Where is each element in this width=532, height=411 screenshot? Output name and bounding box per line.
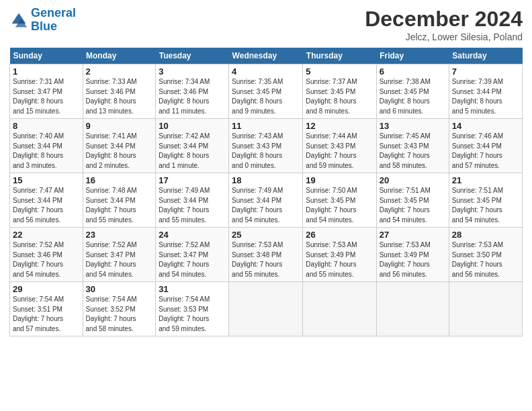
day-cell bbox=[376, 282, 449, 336]
day-number: 30 bbox=[86, 284, 153, 294]
day-info: Sunrise: 7:51 AM Sunset: 3:45 PM Dayligh… bbox=[452, 186, 519, 225]
header: General Blue December 2024 Jelcz, Lower … bbox=[9, 7, 523, 42]
day-cell bbox=[229, 282, 303, 336]
day-cell: 26Sunrise: 7:53 AM Sunset: 3:49 PM Dayli… bbox=[303, 228, 376, 282]
day-number: 15 bbox=[13, 175, 80, 185]
day-info: Sunrise: 7:34 AM Sunset: 3:46 PM Dayligh… bbox=[159, 77, 226, 116]
day-number: 27 bbox=[380, 230, 446, 240]
day-cell: 22Sunrise: 7:52 AM Sunset: 3:46 PM Dayli… bbox=[10, 228, 83, 282]
location: Jelcz, Lower Silesia, Poland bbox=[365, 32, 523, 42]
day-info: Sunrise: 7:39 AM Sunset: 3:44 PM Dayligh… bbox=[452, 77, 519, 116]
day-cell: 7Sunrise: 7:39 AM Sunset: 3:44 PM Daylig… bbox=[449, 64, 522, 119]
day-number: 16 bbox=[86, 175, 153, 185]
day-cell: 31Sunrise: 7:54 AM Sunset: 3:53 PM Dayli… bbox=[156, 282, 229, 336]
day-number: 29 bbox=[13, 284, 80, 294]
day-number: 22 bbox=[13, 230, 80, 240]
day-cell: 16Sunrise: 7:48 AM Sunset: 3:44 PM Dayli… bbox=[83, 173, 156, 228]
day-number: 11 bbox=[232, 121, 300, 131]
col-wednesday: Wednesday bbox=[229, 48, 303, 64]
day-cell: 11Sunrise: 7:43 AM Sunset: 3:43 PM Dayli… bbox=[229, 119, 303, 173]
day-info: Sunrise: 7:53 AM Sunset: 3:50 PM Dayligh… bbox=[452, 240, 519, 279]
day-number: 20 bbox=[380, 175, 446, 185]
day-number: 25 bbox=[232, 230, 300, 240]
day-info: Sunrise: 7:50 AM Sunset: 3:45 PM Dayligh… bbox=[306, 186, 373, 225]
day-number: 10 bbox=[159, 121, 226, 131]
day-number: 3 bbox=[159, 66, 226, 77]
day-info: Sunrise: 7:54 AM Sunset: 3:52 PM Dayligh… bbox=[86, 295, 153, 334]
day-info: Sunrise: 7:49 AM Sunset: 3:44 PM Dayligh… bbox=[159, 186, 226, 225]
day-info: Sunrise: 7:48 AM Sunset: 3:44 PM Dayligh… bbox=[86, 186, 153, 225]
day-info: Sunrise: 7:47 AM Sunset: 3:44 PM Dayligh… bbox=[13, 186, 80, 225]
day-info: Sunrise: 7:35 AM Sunset: 3:45 PM Dayligh… bbox=[232, 77, 300, 116]
week-row-2: 8Sunrise: 7:40 AM Sunset: 3:44 PM Daylig… bbox=[10, 119, 523, 173]
col-saturday: Saturday bbox=[449, 48, 522, 64]
day-number: 5 bbox=[306, 66, 373, 77]
day-number: 18 bbox=[232, 175, 300, 185]
day-cell: 10Sunrise: 7:42 AM Sunset: 3:44 PM Dayli… bbox=[156, 119, 229, 173]
day-info: Sunrise: 7:44 AM Sunset: 3:43 PM Dayligh… bbox=[306, 132, 373, 171]
day-cell: 5Sunrise: 7:37 AM Sunset: 3:45 PM Daylig… bbox=[303, 64, 376, 119]
week-row-3: 15Sunrise: 7:47 AM Sunset: 3:44 PM Dayli… bbox=[10, 173, 523, 228]
day-cell: 18Sunrise: 7:49 AM Sunset: 3:44 PM Dayli… bbox=[229, 173, 303, 228]
day-cell: 14Sunrise: 7:46 AM Sunset: 3:44 PM Dayli… bbox=[449, 119, 522, 173]
col-tuesday: Tuesday bbox=[156, 48, 229, 64]
day-info: Sunrise: 7:41 AM Sunset: 3:44 PM Dayligh… bbox=[86, 132, 153, 171]
day-number: 31 bbox=[159, 284, 226, 294]
logo-icon bbox=[9, 11, 28, 30]
day-cell: 15Sunrise: 7:47 AM Sunset: 3:44 PM Dayli… bbox=[10, 173, 83, 228]
day-info: Sunrise: 7:51 AM Sunset: 3:45 PM Dayligh… bbox=[380, 186, 446, 225]
day-info: Sunrise: 7:31 AM Sunset: 3:47 PM Dayligh… bbox=[13, 77, 80, 116]
day-cell: 20Sunrise: 7:51 AM Sunset: 3:45 PM Dayli… bbox=[376, 173, 449, 228]
day-cell: 2Sunrise: 7:33 AM Sunset: 3:46 PM Daylig… bbox=[83, 64, 156, 119]
day-cell: 3Sunrise: 7:34 AM Sunset: 3:46 PM Daylig… bbox=[156, 64, 229, 119]
day-cell bbox=[449, 282, 522, 336]
day-number: 26 bbox=[306, 230, 373, 240]
calendar-page: General Blue December 2024 Jelcz, Lower … bbox=[0, 0, 532, 343]
day-number: 23 bbox=[86, 230, 153, 240]
svg-marker-0 bbox=[12, 13, 26, 24]
day-number: 8 bbox=[13, 121, 80, 131]
day-number: 24 bbox=[159, 230, 226, 240]
col-sunday: Sunday bbox=[10, 48, 83, 64]
day-info: Sunrise: 7:54 AM Sunset: 3:53 PM Dayligh… bbox=[159, 295, 226, 334]
day-cell: 25Sunrise: 7:53 AM Sunset: 3:48 PM Dayli… bbox=[229, 228, 303, 282]
calendar-table: Sunday Monday Tuesday Wednesday Thursday… bbox=[9, 48, 523, 336]
day-info: Sunrise: 7:54 AM Sunset: 3:51 PM Dayligh… bbox=[13, 295, 80, 334]
col-monday: Monday bbox=[83, 48, 156, 64]
calendar-body: 1Sunrise: 7:31 AM Sunset: 3:47 PM Daylig… bbox=[10, 64, 523, 336]
col-thursday: Thursday bbox=[303, 48, 376, 64]
day-number: 1 bbox=[13, 66, 80, 77]
day-info: Sunrise: 7:40 AM Sunset: 3:44 PM Dayligh… bbox=[13, 132, 80, 171]
day-number: 4 bbox=[232, 66, 300, 77]
day-cell: 6Sunrise: 7:38 AM Sunset: 3:45 PM Daylig… bbox=[376, 64, 449, 119]
day-number: 17 bbox=[159, 175, 226, 185]
title-block: December 2024 Jelcz, Lower Silesia, Pola… bbox=[365, 7, 523, 42]
day-info: Sunrise: 7:53 AM Sunset: 3:49 PM Dayligh… bbox=[306, 240, 373, 279]
day-info: Sunrise: 7:38 AM Sunset: 3:45 PM Dayligh… bbox=[380, 77, 446, 116]
day-number: 7 bbox=[452, 66, 519, 77]
header-row: Sunday Monday Tuesday Wednesday Thursday… bbox=[10, 48, 523, 64]
day-info: Sunrise: 7:49 AM Sunset: 3:44 PM Dayligh… bbox=[232, 186, 300, 225]
week-row-1: 1Sunrise: 7:31 AM Sunset: 3:47 PM Daylig… bbox=[10, 64, 523, 119]
day-cell: 4Sunrise: 7:35 AM Sunset: 3:45 PM Daylig… bbox=[229, 64, 303, 119]
day-number: 28 bbox=[452, 230, 519, 240]
day-cell: 13Sunrise: 7:45 AM Sunset: 3:43 PM Dayli… bbox=[376, 119, 449, 173]
day-info: Sunrise: 7:45 AM Sunset: 3:43 PM Dayligh… bbox=[380, 132, 446, 171]
day-number: 12 bbox=[306, 121, 373, 131]
day-info: Sunrise: 7:42 AM Sunset: 3:44 PM Dayligh… bbox=[159, 132, 226, 171]
day-cell: 28Sunrise: 7:53 AM Sunset: 3:50 PM Dayli… bbox=[449, 228, 522, 282]
day-number: 2 bbox=[86, 66, 153, 77]
day-cell: 30Sunrise: 7:54 AM Sunset: 3:52 PM Dayli… bbox=[83, 282, 156, 336]
day-number: 13 bbox=[380, 121, 446, 131]
day-number: 21 bbox=[452, 175, 519, 185]
day-cell bbox=[303, 282, 376, 336]
day-info: Sunrise: 7:52 AM Sunset: 3:47 PM Dayligh… bbox=[159, 240, 226, 279]
month-title: December 2024 bbox=[365, 7, 523, 32]
logo: General Blue bbox=[9, 7, 76, 34]
col-friday: Friday bbox=[376, 48, 449, 64]
day-cell: 24Sunrise: 7:52 AM Sunset: 3:47 PM Dayli… bbox=[156, 228, 229, 282]
day-cell: 12Sunrise: 7:44 AM Sunset: 3:43 PM Dayli… bbox=[303, 119, 376, 173]
day-cell: 21Sunrise: 7:51 AM Sunset: 3:45 PM Dayli… bbox=[449, 173, 522, 228]
day-cell: 1Sunrise: 7:31 AM Sunset: 3:47 PM Daylig… bbox=[10, 64, 83, 119]
logo-text: General Blue bbox=[31, 7, 76, 34]
